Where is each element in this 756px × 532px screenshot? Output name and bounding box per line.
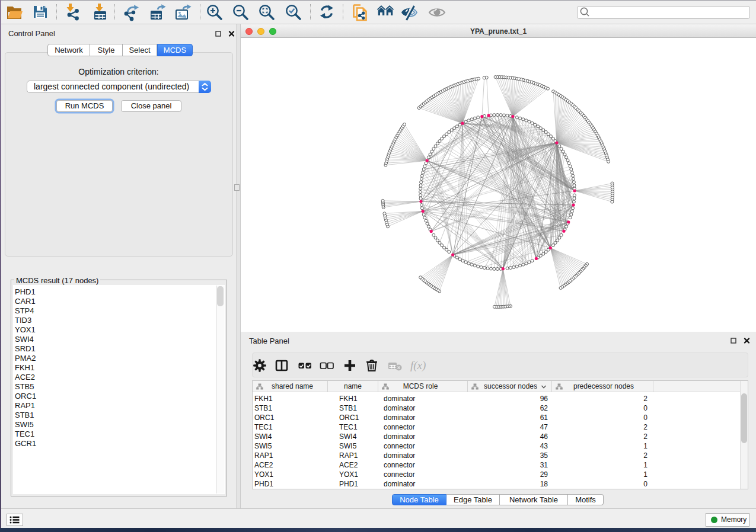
svg-text:f(x): f(x)	[410, 359, 426, 372]
